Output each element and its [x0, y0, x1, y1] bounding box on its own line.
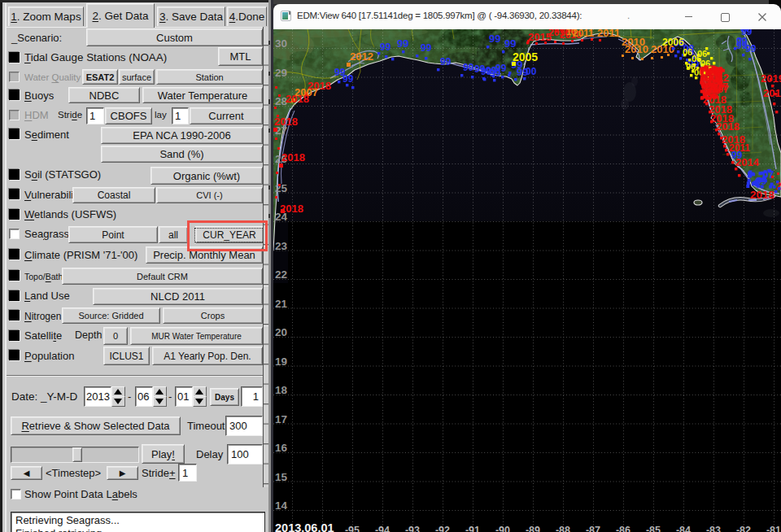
- svg-text:2013.06.01: 2013.06.01: [275, 521, 334, 532]
- svg-text:21: 21: [275, 298, 288, 310]
- svg-text:2012: 2012: [350, 50, 373, 63]
- svg-text:2018: 2018: [274, 116, 298, 128]
- svg-text:29: 29: [275, 67, 287, 79]
- svg-text:99: 99: [504, 37, 516, 50]
- svg-text:14: 14: [275, 499, 288, 512]
- svg-text:-85: -85: [646, 525, 661, 532]
- svg-text:30: 30: [275, 37, 287, 50]
- svg-text:-86: -86: [616, 525, 630, 532]
- svg-text:2019: 2019: [763, 87, 781, 99]
- svg-text:99: 99: [490, 68, 501, 79]
- svg-text:99: 99: [343, 73, 354, 85]
- svg-text:99: 99: [489, 33, 500, 45]
- svg-text:16: 16: [275, 442, 288, 454]
- svg-text:2018: 2018: [716, 120, 740, 133]
- svg-text:2014: 2014: [735, 156, 760, 168]
- svg-text:-83: -83: [706, 525, 721, 532]
- svg-text:99: 99: [463, 62, 474, 73]
- svg-text:22: 22: [275, 268, 287, 281]
- svg-text:2018: 2018: [750, 189, 775, 201]
- svg-text:99: 99: [736, 40, 748, 51]
- svg-text:-93: -93: [405, 525, 420, 532]
- svg-text:-84: -84: [676, 525, 691, 532]
- svg-text:17: 17: [275, 413, 287, 425]
- svg-text:99: 99: [380, 41, 391, 53]
- svg-text:99: 99: [756, 176, 767, 187]
- svg-text:-88: -88: [556, 525, 570, 532]
- svg-text:06: 06: [697, 49, 707, 59]
- svg-text:-90: -90: [495, 525, 510, 532]
- svg-text:19: 19: [275, 355, 287, 368]
- svg-text:-81: -81: [766, 525, 781, 532]
- svg-text:-89: -89: [526, 525, 540, 532]
- svg-text:2011: 2011: [597, 29, 620, 39]
- svg-text:99: 99: [740, 29, 750, 33]
- svg-text:25: 25: [275, 182, 288, 194]
- svg-text:2011: 2011: [573, 29, 594, 39]
- svg-text:15: 15: [275, 471, 288, 483]
- svg-text:18: 18: [275, 384, 288, 396]
- svg-text:2018: 2018: [286, 93, 309, 105]
- svg-text:99: 99: [421, 42, 432, 54]
- svg-text:99: 99: [440, 56, 452, 68]
- svg-text:-94: -94: [375, 525, 390, 532]
- svg-text:99: 99: [397, 37, 408, 50]
- svg-text:-95: -95: [345, 525, 360, 532]
- svg-text:-87: -87: [586, 525, 600, 532]
- svg-text:2018: 2018: [281, 151, 305, 164]
- svg-text:2006: 2006: [662, 37, 684, 48]
- svg-text:20: 20: [275, 326, 287, 338]
- svg-text:00: 00: [526, 66, 537, 77]
- svg-text:-91: -91: [465, 525, 480, 532]
- svg-text:2005: 2005: [513, 50, 538, 63]
- svg-text:-92: -92: [435, 525, 450, 532]
- svg-text:23: 23: [275, 240, 288, 252]
- svg-text:-82: -82: [736, 525, 751, 532]
- svg-text:2010: 2010: [625, 43, 648, 55]
